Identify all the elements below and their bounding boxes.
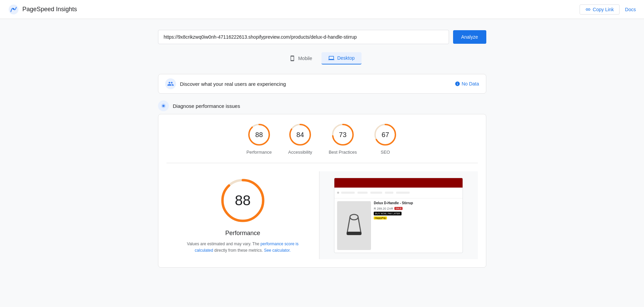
header-left: PageSpeed Insights <box>8 4 77 15</box>
url-input[interactable] <box>158 30 449 44</box>
svg-point-3 <box>162 105 164 107</box>
users-icon-container <box>165 78 176 89</box>
site-thumb-body: Delux D-Handle - Stirrup R 289.20 ZAR SA… <box>334 198 463 253</box>
calculator-link[interactable]: See calculator. <box>264 248 291 253</box>
site-thumbnail: Delux D-Handle - Stirrup R 289.20 ZAR SA… <box>334 178 463 253</box>
no-data-label: No Data <box>462 81 479 87</box>
score-circle-best-practices: 73 <box>331 122 355 147</box>
score-item-seo: 67SEO <box>373 122 397 155</box>
score-label-best-practices: Best Practices <box>329 150 357 155</box>
product-info: Delux D-Handle - Stirrup R 289.20 ZAR SA… <box>374 201 460 250</box>
large-score-number: 88 <box>235 192 251 209</box>
tab-desktop[interactable]: Desktop <box>321 52 361 64</box>
pay-later-label: BUY NOW, PAY LATER <box>374 212 402 215</box>
happy-pay-badge: HappyPay <box>374 216 387 219</box>
score-circle-performance: 88 <box>247 122 271 147</box>
score-label-seo: SEO <box>381 150 390 155</box>
score-note: Values are estimated and may vary. The p… <box>178 241 307 254</box>
price-badge: SALE <box>394 207 403 210</box>
logo-icon <box>8 4 19 15</box>
svg-line-16 <box>358 217 361 232</box>
product-price: R 289.20 ZAR <box>374 207 393 210</box>
score-item-accessibility: 84Accessibility <box>288 122 312 155</box>
no-data-indicator: No Data <box>455 81 479 87</box>
site-thumb-nav <box>334 188 463 198</box>
score-circle-seo: 67 <box>373 122 397 147</box>
site-thumb-header <box>334 178 463 188</box>
large-performance-circle: 88 <box>219 177 267 224</box>
real-users-section: Discover what your real users are experi… <box>158 74 486 94</box>
score-circle-accessibility: 84 <box>288 122 312 147</box>
link-icon <box>585 7 591 12</box>
score-note-middle: directly from these metrics. <box>213 248 264 253</box>
users-icon <box>167 80 174 87</box>
device-tabs: Mobile Desktop <box>158 52 486 64</box>
score-number-best-practices: 73 <box>339 131 347 139</box>
nav-logo <box>337 192 339 194</box>
score-note-prefix: Values are estimated and may vary. The <box>187 242 260 246</box>
tab-mobile[interactable]: Mobile <box>282 52 319 64</box>
tab-desktop-label: Desktop <box>337 55 354 61</box>
product-image-svg <box>344 212 364 239</box>
diagnose-icon-container <box>158 100 169 111</box>
price-row: R 289.20 ZAR SALE <box>374 207 460 210</box>
score-number-accessibility: 84 <box>296 131 304 139</box>
diagnose-icon <box>160 102 167 109</box>
large-score-section: 88 Performance Values are estimated and … <box>167 171 478 259</box>
large-score-left: 88 Performance Values are estimated and … <box>167 171 319 259</box>
score-card: 88Performance 84Accessibility 73Best Pra… <box>158 114 486 268</box>
main-content: Analyze Mobile Desktop Discover what you… <box>153 19 492 279</box>
copy-link-label: Copy Link <box>593 7 614 12</box>
large-score-title: Performance <box>225 230 260 237</box>
info-icon <box>455 81 460 87</box>
docs-link[interactable]: Docs <box>625 7 636 12</box>
score-item-performance: 88Performance <box>247 122 272 155</box>
product-title: Delux D-Handle - Stirrup <box>374 201 460 205</box>
product-image <box>337 201 371 250</box>
svg-point-14 <box>350 214 358 220</box>
score-number-seo: 67 <box>382 131 389 139</box>
score-number-performance: 88 <box>255 131 263 139</box>
app-title: PageSpeed Insights <box>22 6 77 13</box>
diagnose-title: Diagnose performance issues <box>173 103 240 109</box>
analyze-button[interactable]: Analyze <box>453 30 486 44</box>
svg-line-15 <box>347 217 350 232</box>
svg-rect-17 <box>347 232 362 235</box>
mobile-icon <box>289 55 295 61</box>
url-bar-row: Analyze <box>158 30 486 44</box>
tab-mobile-label: Mobile <box>298 56 312 61</box>
site-screenshot: Delux D-Handle - Stirrup R 289.20 ZAR SA… <box>319 171 478 259</box>
copy-link-button[interactable]: Copy Link <box>580 4 620 15</box>
desktop-icon <box>328 55 334 61</box>
analyze-label: Analyze <box>461 34 478 40</box>
score-circles-row: 88Performance 84Accessibility 73Best Pra… <box>167 122 478 163</box>
header-right: Copy Link Docs <box>580 4 636 15</box>
diagnose-section-header: Diagnose performance issues <box>158 100 486 111</box>
docs-label: Docs <box>625 7 636 12</box>
score-label-performance: Performance <box>247 150 272 155</box>
svg-point-1 <box>13 8 15 10</box>
score-item-best-practices: 73Best Practices <box>329 122 357 155</box>
real-users-title: Discover what your real users are experi… <box>180 81 286 87</box>
header: PageSpeed Insights Copy Link Docs <box>0 0 644 19</box>
score-label-accessibility: Accessibility <box>288 150 312 155</box>
